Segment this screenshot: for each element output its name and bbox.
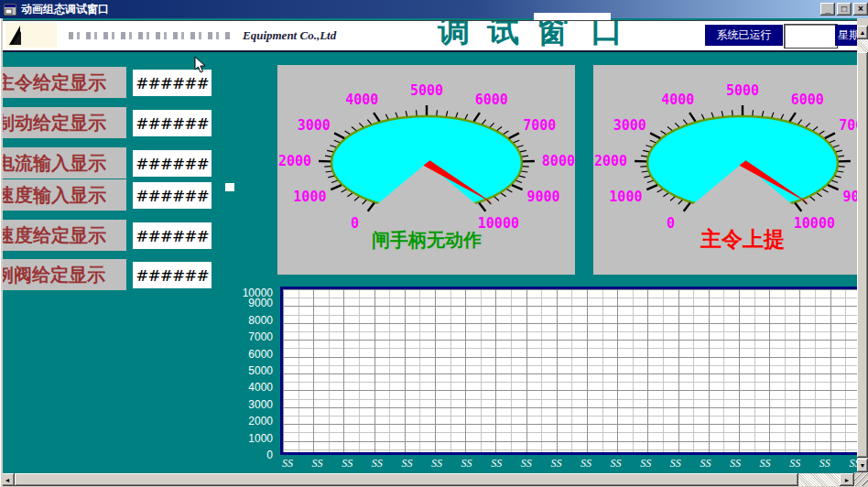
svg-text:2000: 2000 xyxy=(278,153,311,169)
run-time-field[interactable] xyxy=(785,25,837,48)
x-tick-label: SS xyxy=(431,457,442,471)
gauge-meter: 0100020003000400050006000700080009000100… xyxy=(593,65,857,262)
svg-text:6000: 6000 xyxy=(791,92,824,108)
x-tick-label: SS xyxy=(461,457,472,471)
big-title-char: 调 xyxy=(438,20,470,52)
display-label-row5: 速度给定显示 xyxy=(0,220,126,251)
resize-grip[interactable] xyxy=(854,472,868,486)
display-label-row2: 制动给定显示 xyxy=(0,107,126,138)
display-label-row6: 比例阀给定显示 xyxy=(0,259,126,290)
y-tick-label: 6000 xyxy=(236,348,273,361)
svg-text:9000: 9000 xyxy=(843,189,857,205)
big-title-char: 口 xyxy=(591,20,623,52)
svg-text:1000: 1000 xyxy=(609,189,642,205)
svg-text:1000: 1000 xyxy=(293,189,326,205)
big-title-char: 试 xyxy=(487,20,519,52)
minimize-button[interactable]: _ xyxy=(820,3,835,16)
svg-text:闸手柄无动作: 闸手柄无动作 xyxy=(372,229,482,251)
svg-text:7000: 7000 xyxy=(839,117,857,134)
scroll-up-button[interactable]: ▲ xyxy=(857,26,868,39)
window-titlebar[interactable]: 动画组态调试窗口 xyxy=(0,0,868,18)
y-tick-label: 8000 xyxy=(236,314,273,327)
x-tick-label: SS xyxy=(580,457,591,471)
y-tick-label: 7000 xyxy=(236,330,273,343)
x-tick-label: SS xyxy=(550,457,561,471)
svg-text:3000: 3000 xyxy=(613,117,646,134)
horizontal-scrollbar-thumb[interactable] xyxy=(15,473,798,486)
indicator-square xyxy=(225,183,234,191)
svg-text:3000: 3000 xyxy=(298,117,331,134)
x-tick-label: SS xyxy=(521,457,532,471)
chart-y-axis: 1000090008000700060005000400030002000100… xyxy=(236,287,277,465)
chart-x-axis: SSSSSSSSSSSSSSSSSSSSSSSSSSSSSSSSSSSSSSSS xyxy=(280,457,857,471)
x-tick-label: SS xyxy=(401,457,412,471)
window-left-border xyxy=(0,18,3,487)
system-running-label: 系统已运行 xyxy=(705,25,783,46)
window-title: 动画组态调试窗口 xyxy=(21,2,109,17)
window-icon xyxy=(4,4,16,16)
y-tick-label: 2000 xyxy=(236,415,273,427)
display-value-row6: ###### xyxy=(133,262,212,288)
y-tick-label: 9000 xyxy=(236,297,273,309)
x-tick-label: SS xyxy=(700,457,711,471)
big-title-char: 窗 xyxy=(537,20,569,52)
x-tick-label: SS xyxy=(611,457,622,471)
x-tick-label: SS xyxy=(760,457,771,471)
y-tick-label: 5000 xyxy=(236,364,273,377)
svg-text:4000: 4000 xyxy=(345,92,378,108)
mouse-cursor xyxy=(194,56,207,74)
svg-text:8000: 8000 xyxy=(542,153,575,169)
company-logo xyxy=(5,23,57,48)
display-label-row1: 主令给定显示 xyxy=(0,67,126,98)
x-tick-label: SS xyxy=(640,457,651,471)
gauge-master-command: 0100020003000400050006000700080009000100… xyxy=(593,65,857,275)
close-button[interactable]: × xyxy=(853,3,868,16)
display-value-row3: ###### xyxy=(133,150,212,177)
y-tick-label: 3000 xyxy=(236,398,273,411)
y-tick-label: 1000 xyxy=(236,432,273,445)
svg-text:7000: 7000 xyxy=(523,117,556,134)
x-tick-label: SS xyxy=(342,457,353,471)
svg-text:2000: 2000 xyxy=(594,153,627,169)
display-label-row4: 速度输入显示 xyxy=(0,179,126,211)
x-tick-label: SS xyxy=(849,457,857,471)
weekday-label: 星期 xyxy=(835,25,860,46)
svg-text:5000: 5000 xyxy=(410,82,443,99)
svg-text:0: 0 xyxy=(667,215,675,232)
gauge-brake-handle: 0100020003000400050006000700080009000100… xyxy=(277,65,575,275)
x-tick-label: SS xyxy=(312,457,323,471)
x-tick-label: SS xyxy=(491,457,502,471)
display-value-row5: ###### xyxy=(133,222,212,249)
display-label-row3: 电流输入显示 xyxy=(0,147,126,179)
svg-text:10000: 10000 xyxy=(794,215,835,232)
svg-text:9000: 9000 xyxy=(527,189,560,205)
scroll-down-button[interactable]: ▼ xyxy=(857,459,868,472)
svg-text:10000: 10000 xyxy=(478,215,519,232)
blurred-company-text xyxy=(69,32,232,39)
x-tick-label: SS xyxy=(819,457,830,471)
header-highlight-patch xyxy=(534,13,611,20)
horizontal-scrollbar-track[interactable] xyxy=(798,473,840,486)
x-tick-label: SS xyxy=(670,457,681,471)
trend-chart-plot xyxy=(280,287,857,455)
y-tick-label: 0 xyxy=(236,449,273,461)
x-tick-label: SS xyxy=(730,457,741,471)
y-tick-label: 4000 xyxy=(236,381,273,394)
svg-text:主令上提: 主令上提 xyxy=(700,227,785,251)
display-value-row2: ###### xyxy=(133,110,212,136)
x-tick-label: SS xyxy=(789,457,800,471)
company-name: Equipment Co.,Ltd xyxy=(243,28,336,43)
x-tick-label: SS xyxy=(282,457,293,471)
maximize-button[interactable]: □ xyxy=(837,3,852,16)
svg-text:4000: 4000 xyxy=(661,92,694,108)
scroll-right-button[interactable]: ► xyxy=(840,473,854,486)
vertical-scrollbar-thumb[interactable] xyxy=(857,52,868,458)
svg-text:0: 0 xyxy=(351,215,359,232)
display-value-row4: ###### xyxy=(133,182,212,209)
gauge-meter: 0100020003000400050006000700080009000100… xyxy=(277,65,575,262)
vertical-scrollbar-track[interactable] xyxy=(857,39,868,52)
app-window: 动画组态调试窗口 _ □ × Equipment Co.,Ltd 调 试 窗 口… xyxy=(0,0,868,487)
svg-text:5000: 5000 xyxy=(726,82,759,99)
x-tick-label: SS xyxy=(372,457,383,471)
svg-text:6000: 6000 xyxy=(475,92,508,108)
